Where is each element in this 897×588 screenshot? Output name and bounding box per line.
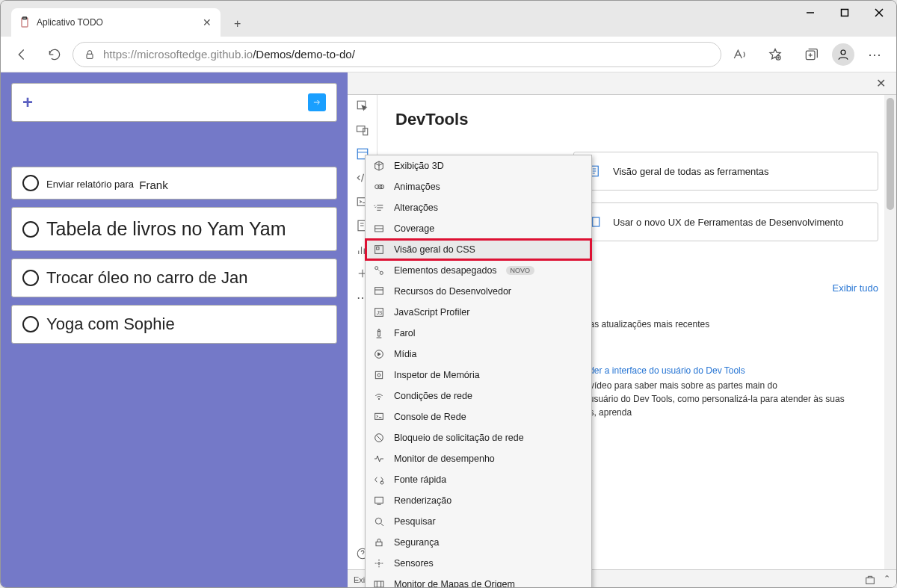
menu-item-quicksrc[interactable]: Fonte rápida bbox=[366, 469, 591, 490]
svg-rect-46 bbox=[375, 497, 383, 503]
svg-point-45 bbox=[380, 481, 383, 484]
minimize-button[interactable] bbox=[793, 1, 827, 25]
menu-item-lighthouse[interactable]: Farol bbox=[366, 323, 591, 344]
svg-rect-26 bbox=[866, 578, 875, 584]
svg-rect-49 bbox=[376, 542, 382, 545]
show-all-link[interactable]: Exibir tudo bbox=[833, 282, 878, 294]
menu-item-sensors[interactable]: Sensores bbox=[366, 553, 591, 574]
menu-item-rendering[interactable]: Renderização bbox=[366, 490, 591, 511]
menu-item-devres[interactable]: Recursos do Desenvolvedor bbox=[366, 281, 591, 302]
todo-checkbox[interactable] bbox=[22, 316, 39, 332]
browser-tab[interactable]: Aplicativo TODO ✕ bbox=[11, 8, 221, 37]
close-window-button[interactable] bbox=[862, 1, 896, 25]
scrollbar[interactable] bbox=[884, 95, 896, 569]
todo-text: Tabela de livros no Yam Yam bbox=[46, 218, 286, 240]
overview-card[interactable]: Visão geral de todas as ferramentas bbox=[573, 152, 878, 191]
inspect-icon[interactable] bbox=[356, 99, 369, 113]
todo-checkbox[interactable] bbox=[22, 270, 39, 286]
tab-title: Aplicativo TODO bbox=[37, 17, 195, 28]
todo-checkbox[interactable] bbox=[22, 175, 39, 191]
menu-item-security[interactable]: Segurança bbox=[366, 532, 591, 553]
favorites-button[interactable] bbox=[760, 40, 790, 69]
toolbar: https://microsoftedge.github.io/Demos/de… bbox=[1, 37, 896, 72]
submit-button[interactable] bbox=[308, 93, 326, 111]
expand-quick-button[interactable]: ⌃ bbox=[884, 574, 890, 586]
menu-item-coverage[interactable]: Coverage bbox=[366, 218, 591, 239]
svg-rect-15 bbox=[357, 126, 365, 132]
more-tools-menu: Exibição 3DAnimaçõesAlteraçõesCoverageVi… bbox=[365, 155, 592, 588]
menu-item-changes[interactable]: Alterações bbox=[366, 197, 591, 218]
svg-point-33 bbox=[375, 267, 378, 270]
tab-close-icon[interactable]: ✕ bbox=[201, 15, 213, 30]
read-aloud-button[interactable] bbox=[724, 40, 754, 69]
svg-point-40 bbox=[377, 374, 380, 377]
svg-text:JS: JS bbox=[377, 310, 383, 315]
svg-rect-32 bbox=[377, 247, 379, 250]
todo-input[interactable]: + bbox=[11, 83, 337, 122]
menu-item-perfmon[interactable]: Monitor de desempenho bbox=[366, 448, 591, 469]
menu-item-netblock[interactable]: Bloqueio de solicitação de rede bbox=[366, 427, 591, 448]
menu-item-search[interactable]: Pesquisar bbox=[366, 511, 591, 532]
titlebar: Aplicativo TODO ✕ + bbox=[1, 1, 896, 37]
svg-rect-35 bbox=[375, 288, 383, 294]
todo-item[interactable]: Tabela de livros no Yam Yam bbox=[11, 207, 337, 251]
back-button[interactable] bbox=[7, 40, 37, 69]
menu-item-media[interactable]: Mídia bbox=[366, 344, 591, 365]
devtools-tabbar: ✕ bbox=[348, 72, 896, 95]
menu-item-animations[interactable]: Animações bbox=[366, 176, 591, 197]
window-controls bbox=[793, 1, 896, 25]
menu-item-netcond[interactable]: Condições de rede bbox=[366, 386, 591, 406]
svg-point-41 bbox=[378, 398, 379, 399]
svg-point-34 bbox=[380, 271, 383, 274]
lock-icon bbox=[84, 49, 96, 61]
settings-more-button[interactable]: ⋯ bbox=[860, 40, 890, 69]
clipboard-icon bbox=[19, 16, 31, 28]
todo-text: Enviar relatório para Frank bbox=[46, 177, 168, 190]
new-tab-button[interactable]: + bbox=[226, 11, 248, 37]
profile-button[interactable] bbox=[832, 43, 854, 66]
svg-rect-3 bbox=[842, 10, 848, 16]
svg-rect-42 bbox=[375, 413, 383, 419]
svg-point-50 bbox=[378, 563, 380, 565]
menu-item-css[interactable]: Visão geral do CSS bbox=[366, 239, 591, 260]
todo-text: Trocar óleo no carro de Jan bbox=[46, 268, 247, 288]
svg-rect-6 bbox=[87, 54, 93, 58]
menu-item-jsprofiler[interactable]: JSJavaScript Profiler bbox=[366, 302, 591, 323]
refresh-button[interactable] bbox=[40, 40, 70, 69]
close-devtools-button[interactable]: ✕ bbox=[870, 73, 892, 93]
panel-heading: DevTools bbox=[395, 110, 878, 129]
todo-app: + Enviar relatório para Frank Tabela de … bbox=[1, 72, 348, 588]
plus-icon: + bbox=[22, 92, 33, 113]
todo-text: Yoga com Sophie bbox=[46, 315, 175, 334]
svg-line-48 bbox=[381, 524, 383, 526]
svg-rect-39 bbox=[375, 371, 382, 378]
svg-point-47 bbox=[375, 518, 381, 524]
svg-point-13 bbox=[841, 50, 845, 55]
menu-item-netconsole[interactable]: Console de Rede bbox=[366, 406, 591, 427]
maximize-button[interactable] bbox=[827, 1, 862, 25]
todo-item[interactable]: Trocar óleo no carro de Jan bbox=[11, 259, 337, 297]
todo-item[interactable]: Yoga com Sophie bbox=[11, 305, 337, 344]
device-icon[interactable] bbox=[356, 123, 369, 137]
svg-line-44 bbox=[376, 435, 382, 441]
menu-item-detached[interactable]: Elementos desapegadosNOVO bbox=[366, 260, 591, 281]
todo-checkbox[interactable] bbox=[22, 221, 39, 238]
new-ux-card[interactable]: Usar o novo UX de Ferramentas de Desenvo… bbox=[573, 202, 878, 241]
issues-icon[interactable] bbox=[864, 574, 876, 586]
url-text: https://microsoftedge.github.io/Demos/de… bbox=[103, 48, 355, 61]
card-label: Usar o novo UX de Ferramentas de Desenvo… bbox=[613, 217, 844, 228]
menu-item-memory[interactable]: Inspetor de Memória bbox=[366, 365, 591, 386]
svg-rect-51 bbox=[374, 581, 383, 587]
svg-rect-1 bbox=[23, 17, 27, 19]
menu-item-sourcemap[interactable]: Monitor de Mapas de Origem bbox=[366, 574, 591, 588]
card-label: Visão geral de todas as ferramentas bbox=[613, 166, 769, 177]
menu-item-cube[interactable]: Exibição 3D bbox=[366, 155, 591, 176]
address-bar[interactable]: https://microsoftedge.github.io/Demos/de… bbox=[73, 42, 721, 67]
todo-item[interactable]: Enviar relatório para Frank bbox=[11, 167, 337, 199]
collections-button[interactable] bbox=[796, 40, 826, 69]
